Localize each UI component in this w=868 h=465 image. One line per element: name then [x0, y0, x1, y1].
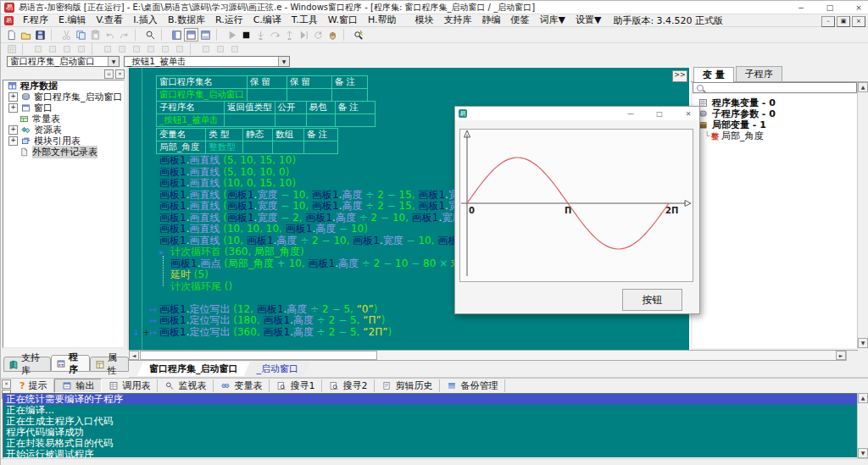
editor-table-0[interactable]: 窗口程序集名保 留保 留备 注窗口程序集_启动窗口: [156, 75, 368, 102]
tree-expander-icon[interactable]: +: [8, 136, 18, 146]
menu-item[interactable]: B.数据库: [163, 14, 210, 26]
editor-table-2[interactable]: 变量名类 型静态数组备 注局部_角度整数型: [156, 128, 338, 154]
new-file-button[interactable]: [4, 28, 19, 42]
table-cell[interactable]: 整数型: [206, 141, 243, 154]
table-cell[interactable]: [275, 114, 306, 127]
pane-both-button[interactable]: [198, 28, 213, 42]
float-panel-button[interactable]: ▫: [104, 69, 114, 79]
maximize-button[interactable]: □: [655, 110, 664, 118]
menu-item[interactable]: 便签: [505, 14, 534, 26]
code-line[interactable]: ↓+↦画板1.定位写出 (360, 画板1.高度 ÷ 2 − 5, “2Π”): [130, 327, 689, 339]
scroll-up-arrow[interactable]: ▲: [858, 82, 868, 92]
output-tab-提示[interactable]: ?提示: [13, 379, 54, 392]
editor-table-1[interactable]: 子程序名返回值类型公开易包备 注_按钮1_被单击: [156, 101, 376, 127]
table-cell[interactable]: [287, 89, 331, 102]
close-button[interactable]: ×: [854, 3, 864, 12]
table-cell[interactable]: [304, 141, 338, 154]
table-cell[interactable]: [243, 141, 273, 154]
table-cell[interactable]: [335, 114, 375, 127]
tab-prop[interactable]: 属性: [90, 357, 129, 372]
tree-item-window[interactable]: +窗口: [3, 102, 124, 113]
table-cell[interactable]: _按钮1_被单击: [157, 114, 225, 127]
menu-item[interactable]: 静编: [476, 14, 505, 26]
sheet-tab-1[interactable]: _启动窗口: [245, 362, 311, 376]
tab-subroutines[interactable]: 子程序: [736, 66, 782, 81]
tree-item-asm[interactable]: +窗口程序集_启动窗口: [3, 91, 124, 102]
pause-button[interactable]: [326, 28, 340, 42]
menu-item[interactable]: 模块: [409, 14, 438, 26]
assembly-combo[interactable]: 窗口程序集_启动窗口 ▼: [7, 56, 120, 67]
tab-prog[interactable]: 程序: [51, 355, 90, 372]
table-cell[interactable]: [331, 89, 367, 102]
editor-horizontal-scrollbar[interactable]: ◄ ►: [129, 350, 858, 361]
table-cell[interactable]: [273, 141, 304, 154]
output-scrollbar[interactable]: ▲ ▼: [857, 393, 868, 458]
tab-lib[interactable]: 支持库: [3, 357, 51, 372]
menu-item[interactable]: C.编译: [248, 14, 287, 26]
output-tab-搜寻2[interactable]: 搜寻2: [322, 379, 375, 392]
menu-item[interactable]: T.工具: [287, 14, 323, 26]
close-panel-button[interactable]: ×: [115, 69, 125, 79]
output-tab-剪辑历史[interactable]: 剪辑历史: [375, 379, 440, 392]
chevron-down-icon[interactable]: ▼: [278, 57, 289, 66]
output-tab-监视表[interactable]: 监视表: [158, 379, 214, 392]
minimize-button[interactable]: −: [796, 3, 806, 12]
open-file-button[interactable]: [19, 28, 33, 42]
collapse-panel-button[interactable]: >>: [672, 70, 687, 82]
scroll-right-arrow[interactable]: ►: [836, 351, 846, 360]
menu-item[interactable]: 词库▼: [534, 14, 570, 26]
variables-scrollbar[interactable]: ▲ ▼: [857, 82, 868, 348]
output-tab-输出[interactable]: 输出: [54, 379, 102, 393]
menu-item[interactable]: R.运行: [210, 14, 248, 26]
menu-item[interactable]: V.查看: [92, 14, 129, 26]
subroutine-combo[interactable]: _按钮1_被单击 ▼: [124, 56, 290, 67]
scroll-down-arrow[interactable]: ▼: [858, 338, 868, 348]
scroll-up-arrow[interactable]: ▲: [858, 393, 868, 403]
find-button[interactable]: [143, 28, 158, 42]
save-button[interactable]: [33, 28, 47, 42]
draw-button[interactable]: 按钮: [622, 289, 682, 311]
maximize-button[interactable]: □: [825, 3, 835, 12]
tree-item-extfile[interactable]: 外部文件记录表: [3, 147, 124, 158]
menu-item[interactable]: F.程序: [18, 14, 53, 26]
mdi-close-button[interactable]: ×: [852, 16, 865, 27]
copy-button[interactable]: [74, 28, 88, 42]
menu-item[interactable]: W.窗口: [323, 14, 363, 26]
output-log[interactable]: 正在统计需要编译的子程序正在编译...正在生成主程序入口代码程序代码编译成功正在…: [3, 393, 859, 458]
table-cell[interactable]: [225, 114, 275, 127]
title-bar[interactable]: 易 易语言-加密狗版 [正在运行] - E:\桌面\易语言\源码\学习源码\画正…: [1, 1, 868, 14]
output-tab-变量表[interactable]: 变量表: [214, 379, 270, 392]
output-close-button[interactable]: ×: [2, 379, 11, 389]
tree-expander-icon[interactable]: +: [8, 125, 18, 135]
menu-item[interactable]: I.插入: [128, 14, 163, 26]
pane-horizontal-button[interactable]: [184, 28, 198, 42]
table-cell[interactable]: 局部_角度: [157, 141, 206, 154]
menu-item[interactable]: 支持库: [438, 14, 476, 26]
table-cell[interactable]: [306, 114, 335, 127]
tree-expander-icon[interactable]: +: [8, 92, 18, 102]
tree-item-const[interactable]: 常量表: [3, 113, 124, 125]
variable-tree-item[interactable]: 局部变量 - 1: [693, 119, 857, 130]
close-button[interactable]: ✕: [684, 110, 693, 118]
tab-variables[interactable]: 变 量: [693, 67, 734, 82]
chevron-down-icon[interactable]: ▼: [108, 57, 119, 66]
menu-item[interactable]: H.帮助: [363, 14, 402, 26]
tree-expander-icon[interactable]: +: [8, 103, 18, 113]
menu-item[interactable]: E.编辑: [53, 14, 91, 26]
pane-single-button[interactable]: [170, 28, 184, 42]
output-tab-备份管理[interactable]: 备份管理: [440, 379, 505, 392]
menu-item[interactable]: 设置▼: [570, 14, 606, 26]
scroll-down-arrow[interactable]: ▼: [858, 448, 868, 458]
table-cell[interactable]: 窗口程序集_启动窗口: [157, 89, 248, 102]
output-tab-搜寻1[interactable]: 搜寻1: [270, 379, 322, 392]
find-in-files-button[interactable]: [352, 28, 366, 42]
mdi-minimize-button[interactable]: –: [821, 16, 835, 27]
variable-search-box[interactable]: [693, 82, 857, 93]
variable-tree-item[interactable]: └整局部_角度: [693, 130, 857, 141]
output-tab-调用表[interactable]: 调用表: [102, 379, 158, 392]
popup-title-bar[interactable]: 易 — □ ✕: [455, 107, 699, 120]
minimize-button[interactable]: —: [626, 110, 635, 118]
stop-button[interactable]: [239, 28, 253, 42]
table-cell[interactable]: [247, 89, 287, 102]
scroll-thumb[interactable]: [140, 351, 377, 360]
